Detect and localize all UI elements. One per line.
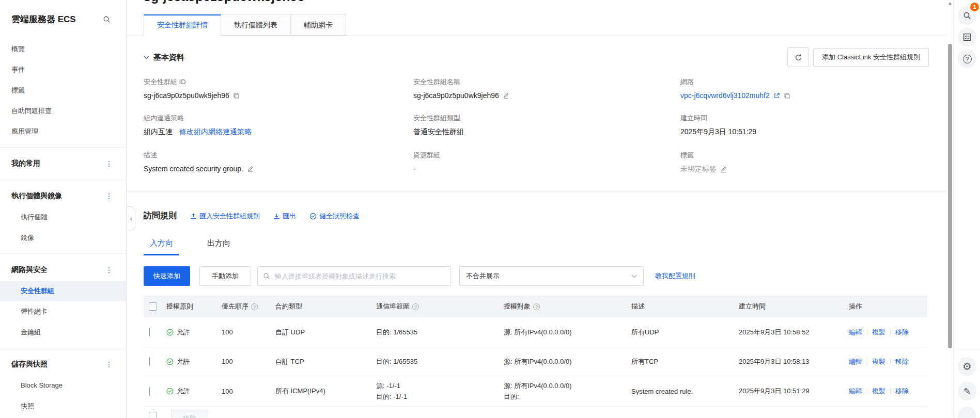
resource-group-value: - xyxy=(413,165,416,173)
clone-rule-link[interactable]: 複製 xyxy=(872,357,885,366)
health-check-link[interactable]: 健全狀態檢查 xyxy=(309,212,360,221)
allow-check-icon xyxy=(166,388,174,395)
sidebar-item-app-management[interactable]: 應用管理 xyxy=(0,121,126,142)
clone-rule-link[interactable]: 複製 xyxy=(872,328,885,337)
copy-icon[interactable] xyxy=(233,92,240,99)
edit-icon[interactable] xyxy=(503,92,509,99)
description-label: 描述 xyxy=(144,151,413,160)
configure-rules-help-link[interactable]: 教我配置規則 xyxy=(655,271,695,281)
sg-type-value: 普通安全性群組 xyxy=(413,127,464,137)
feedback-button[interactable] xyxy=(958,382,976,400)
import-rules-link[interactable]: 匯入安全性群組規則 xyxy=(190,212,260,221)
section-menu-icon[interactable] xyxy=(105,360,113,368)
created-value: 2025年9月3日 10:58:13 xyxy=(739,357,849,366)
intra-policy-value: 組内互連 xyxy=(144,127,173,137)
port-range-value: 目的: 1/65535 xyxy=(376,328,504,337)
manual-add-button[interactable]: 手動添加 xyxy=(199,266,251,286)
external-link-icon[interactable] xyxy=(773,92,780,99)
table-row: 允許 100 自訂 UDP 目的: 1/65535 源: 所有IPv4(0.0.… xyxy=(144,317,927,347)
copy-icon[interactable] xyxy=(784,92,790,99)
section-menu-icon[interactable] xyxy=(105,159,113,168)
more-button[interactable] xyxy=(958,407,976,418)
row-checkbox[interactable] xyxy=(149,357,150,366)
sidebar-item-troubleshooting[interactable]: 自助問題排查 xyxy=(0,101,126,121)
chevron-down-icon[interactable] xyxy=(144,56,149,59)
edit-icon[interactable] xyxy=(720,166,727,173)
refresh-icon xyxy=(795,54,802,61)
refresh-button[interactable] xyxy=(787,47,809,67)
add-classiclink-rule-button[interactable]: 添加 ClassicLink 安全性群組規則 xyxy=(813,48,929,67)
divider xyxy=(0,253,126,254)
sidebar-item-snapshots[interactable]: 快照 xyxy=(0,396,126,416)
info-icon[interactable] xyxy=(251,303,258,310)
source-value: 源: 所有IPv4(0.0.0.0/0) xyxy=(504,380,631,391)
row-checkbox[interactable] xyxy=(149,328,150,336)
sidebar-item-tags[interactable]: 標籤 xyxy=(0,80,126,101)
edit-rule-link[interactable]: 編輯 xyxy=(849,328,862,337)
sidebar-item-images[interactable]: 鏡像 xyxy=(0,228,126,248)
display-mode-select[interactable]: 不合并展示 xyxy=(459,266,644,286)
edit-rule-link[interactable]: 編輯 xyxy=(849,387,862,396)
source-value: 源: 所有IPv4(0.0.0.0/0) xyxy=(504,328,631,337)
delete-rule-link[interactable]: 移除 xyxy=(895,357,909,366)
rules-search-input[interactable] xyxy=(274,272,445,281)
scroll-up-arrow[interactable] xyxy=(947,1,953,6)
section-menu-icon[interactable] xyxy=(105,266,113,274)
checklist-panel-button[interactable] xyxy=(958,28,976,46)
checklist-icon xyxy=(963,33,971,41)
intra-policy-label: 組内連通策略 xyxy=(144,114,413,123)
help-button[interactable] xyxy=(958,50,976,68)
sidebar-item-key-pairs[interactable]: 金鑰組 xyxy=(0,322,126,343)
chevron-down-icon xyxy=(631,275,637,278)
edit-icon[interactable] xyxy=(247,166,254,172)
col-protocol: 合約類型 xyxy=(275,302,302,311)
delete-rule-link[interactable]: 移除 xyxy=(895,328,909,337)
export-link[interactable]: 匯出 xyxy=(273,212,296,221)
basic-info-title: 基本資料 xyxy=(153,53,184,62)
sidebar-item-enis[interactable]: 彈性網卡 xyxy=(0,301,126,322)
modify-intra-policy-link[interactable]: 修改組内網絡連通策略 xyxy=(179,127,252,137)
divider xyxy=(0,180,126,180)
sidebar-collapse-handle[interactable] xyxy=(127,206,135,231)
table-footer: 移除 xyxy=(144,407,927,418)
product-title: 雲端服務器 ECS xyxy=(11,13,76,25)
created-value: 2025年9月3日 10:51:29 xyxy=(739,387,849,396)
tab-inbound[interactable]: 入方向 xyxy=(144,238,179,255)
edit-rule-link[interactable]: 編輯 xyxy=(849,357,862,366)
section-menu-icon[interactable] xyxy=(105,192,113,200)
protocol-value: 自訂 TCP xyxy=(275,357,376,366)
col-policy: 授權原則 xyxy=(166,302,193,311)
import-icon xyxy=(190,213,197,219)
quick-add-button[interactable]: 快速添加 xyxy=(144,266,190,286)
sidebar-search-icon[interactable] xyxy=(103,15,111,23)
tab-outbound[interactable]: 出方向 xyxy=(201,238,237,255)
select-all-checkbox[interactable] xyxy=(149,302,157,311)
port-range-value: 目的: 1/65535 xyxy=(376,357,504,366)
batch-remove-button[interactable]: 移除 xyxy=(171,410,208,418)
rules-table: 授權原則 優先順序 合約類型 通信埠範圍 授權對象 描述 建立時間 操作 允許 … xyxy=(144,296,927,418)
divider xyxy=(0,147,126,148)
created-value: 2025年9月3日 10:58:52 xyxy=(739,328,849,337)
scrollbar-thumb[interactable] xyxy=(948,44,952,348)
sidebar-item-block-storage[interactable]: Block Storage xyxy=(0,375,126,396)
sidebar-item-events[interactable]: 事件 xyxy=(0,59,126,80)
sidebar: 雲端服務器 ECS 概覽 事件 標籤 自助問題排查 應用管理 我的常用 執行個體… xyxy=(0,0,127,418)
sidebar-item-security-groups[interactable]: 安全性群組 xyxy=(0,281,126,301)
sidebar-item-overview[interactable]: 概覽 xyxy=(0,39,126,59)
clone-rule-link[interactable]: 複製 xyxy=(872,387,885,396)
col-source: 授權對象 xyxy=(504,302,531,311)
vpc-link[interactable]: vpc-j6cqvwrd6vlj3102muhf2 xyxy=(680,91,770,100)
source-value-2: 目的: xyxy=(504,391,631,402)
delete-rule-link[interactable]: 移除 xyxy=(895,387,909,396)
info-icon[interactable] xyxy=(533,303,540,310)
description-value: 所有TCP xyxy=(631,357,739,366)
sidebar-section-instances-images: 執行個體與鏡像 xyxy=(11,191,62,201)
tab-instance-list[interactable]: 執行個體列表 xyxy=(221,14,291,36)
sidebar-item-instances[interactable]: 執行個體 xyxy=(0,207,126,228)
info-icon[interactable] xyxy=(412,303,419,310)
row-checkbox[interactable] xyxy=(149,387,150,396)
select-all-checkbox[interactable] xyxy=(149,412,157,418)
tab-secondary-enis[interactable]: 輔助網卡 xyxy=(291,14,346,36)
settings-button[interactable] xyxy=(958,357,976,376)
tab-security-group-details[interactable]: 安全性群組詳情 xyxy=(144,14,221,36)
